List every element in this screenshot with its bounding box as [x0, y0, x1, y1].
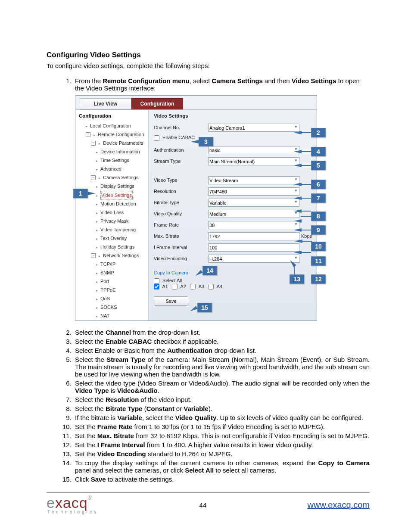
tree-item[interactable]: NAT	[78, 312, 146, 320]
step-9: If the bitrate is Variable, select the V…	[73, 414, 370, 421]
tree-item[interactable]: Privacy Mask	[78, 217, 146, 226]
step-4: Select Enable or Basic from the Authenti…	[73, 347, 370, 354]
select-resolution[interactable]: 704*480	[208, 187, 299, 196]
step-2: Select the Channel from the drop-down li…	[73, 329, 370, 336]
tree-item[interactable]: Holiday Settings	[78, 243, 146, 252]
callout-3: 3	[199, 137, 213, 146]
checkbox-a1[interactable]: A1	[154, 284, 168, 289]
callout-7: 7	[311, 193, 326, 203]
tree-item[interactable]: Motion Detection	[78, 200, 146, 208]
tree-item[interactable]: QoS	[78, 295, 146, 303]
label-iframe: I Frame Interval	[154, 245, 208, 250]
tree-item[interactable]: Camera Settings	[78, 174, 146, 182]
step-8: Select the Bitrate Type (Constant or Var…	[73, 405, 370, 412]
step-10: Set the Frame Rate from 1 to 30 fps (or …	[73, 423, 370, 430]
callout-1: 1	[73, 189, 88, 198]
select-video-quality[interactable]: Medium	[208, 210, 299, 218]
link-copy-to-camera[interactable]: Copy to Camera	[154, 270, 188, 275]
tree-item[interactable]: SOCKS	[78, 303, 146, 312]
label-stream-type: Stream Type	[154, 159, 208, 164]
nav-tree: Local ConfigurationRemote ConfigurationD…	[78, 122, 146, 320]
label-resolution: Resolution	[154, 189, 208, 194]
step-15: Click Save to activate the settings.	[73, 476, 370, 483]
step-11: Set the Max. Bitrate from 32 to 8192 Kbp…	[73, 432, 370, 439]
select-stream-type[interactable]: Main Stream(Normal)	[208, 157, 299, 165]
nav-tree-pane: Configuration Local ConfigurationRemote …	[75, 110, 149, 320]
unit-kbps: Kbps	[301, 233, 312, 239]
checkbox-cabac[interactable]: Enable CABAC	[154, 135, 195, 140]
step-12: Set the I Frame Interval from 1 to 400. …	[73, 441, 370, 448]
callout-9: 9	[311, 225, 326, 235]
intro-text: To configure video settings, complete th…	[47, 62, 370, 69]
callout-6: 6	[311, 180, 326, 189]
tree-item[interactable]: Local Configuration	[78, 122, 146, 131]
brand-logo: exacq® Technologies	[47, 495, 98, 514]
label-bitrate-type: Bitrate Type	[154, 200, 208, 205]
tree-title: Configuration	[79, 113, 146, 118]
checkbox-a2[interactable]: A2	[172, 284, 186, 289]
callout-10: 10	[311, 242, 326, 251]
screenshot-figure: Live View Configuration Configuration Lo…	[75, 95, 326, 321]
label-video-quality: Video Quality	[154, 211, 208, 216]
tree-item[interactable]: Network Settings	[78, 252, 146, 260]
tree-item[interactable]: Text Overlay	[78, 234, 146, 243]
step-6: Select the video type (Video Stream or V…	[73, 380, 370, 394]
callout-5: 5	[311, 161, 326, 170]
callout-13: 13	[290, 274, 304, 284]
checkbox-a3[interactable]: A3	[190, 284, 204, 289]
callout-4: 4	[311, 147, 326, 156]
page-footer: exacq® Technologies 44 www.exacq.com	[47, 492, 370, 514]
input-max-bitrate[interactable]	[208, 232, 299, 240]
pane-title: Video Settings	[154, 113, 317, 118]
footer-url[interactable]: www.exacq.com	[308, 500, 370, 510]
tab-configuration[interactable]: Configuration	[131, 98, 183, 109]
label-max-bitrate: Max. Bitrate	[154, 233, 208, 239]
step-13: Set the Video Encoding standard to H.264…	[73, 450, 370, 457]
select-frame-rate[interactable]: 30	[208, 221, 299, 229]
label-video-encoding: Video Encoding	[154, 256, 208, 261]
select-video-type[interactable]: Video Stream	[208, 176, 299, 184]
select-video-encoding[interactable]: H.264	[208, 255, 299, 263]
tree-item[interactable]: Advanced	[78, 165, 146, 174]
step-1: From the Remote Configuration menu, sele…	[73, 77, 370, 321]
callout-11: 11	[311, 256, 326, 266]
input-iframe[interactable]	[208, 243, 299, 252]
tree-item[interactable]: Port	[78, 277, 146, 286]
tree-item[interactable]: Display Settings	[78, 182, 146, 191]
step-7: Select the Resolution of the video input…	[73, 396, 370, 403]
step-5: Select the Stream Type of the camera: Ma…	[73, 356, 370, 378]
tree-item[interactable]: Time Settings	[78, 156, 146, 165]
tree-item[interactable]: Device Information	[78, 148, 146, 156]
label-video-type: Video Type	[154, 177, 208, 183]
callout-12: 12	[311, 274, 326, 284]
select-channel[interactable]: Analog Camera1	[208, 124, 299, 132]
page-number: 44	[199, 501, 207, 509]
tree-item[interactable]: Remote Configuration	[78, 131, 146, 139]
select-bitrate-type[interactable]: Variable	[208, 199, 299, 207]
checkbox-select-all[interactable]: Select All	[154, 278, 182, 283]
tree-item[interactable]: PPPoE	[78, 286, 146, 295]
callout-15: 15	[197, 303, 212, 312]
label-frame-rate: Frame Rate	[154, 222, 208, 227]
tree-item[interactable]: SNMP	[78, 269, 146, 277]
save-button[interactable]: Save	[154, 296, 188, 306]
tab-live-view[interactable]: Live View	[80, 98, 131, 109]
select-auth[interactable]: basic	[208, 146, 299, 154]
settings-pane: Video Settings Channel No. Analog Camera…	[149, 110, 317, 320]
step-3: Select the Enable CABAC checkbox if appl…	[73, 338, 370, 345]
tree-item[interactable]: Device Parameters	[78, 139, 146, 148]
callout-14: 14	[202, 266, 217, 275]
tree-item[interactable]: Video Loss	[78, 208, 146, 217]
step-14: To copy the display settings of the curr…	[73, 459, 370, 474]
label-channel: Channel No.	[154, 125, 208, 130]
callout-2: 2	[311, 128, 326, 137]
steps-list: From the Remote Configuration menu, sele…	[47, 77, 370, 483]
section-title: Configuring Video Settings	[47, 51, 370, 59]
checkbox-a4[interactable]: A4	[208, 284, 222, 289]
tree-item[interactable]: TCP/IP	[78, 260, 146, 269]
label-auth: Authentication	[154, 147, 208, 152]
tree-item[interactable]: Video Tampering	[78, 226, 146, 234]
callout-8: 8	[311, 212, 326, 221]
